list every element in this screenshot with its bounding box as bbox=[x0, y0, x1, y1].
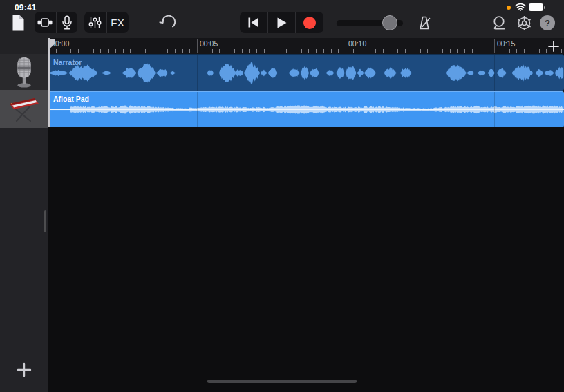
ruler-tick bbox=[167, 49, 168, 53]
ruler-tick bbox=[516, 49, 517, 53]
ruler-tick bbox=[435, 49, 435, 53]
undo-button[interactable] bbox=[156, 13, 177, 32]
ruler-tick bbox=[78, 49, 79, 53]
ruler-tick bbox=[546, 49, 547, 53]
help-button[interactable]: ? bbox=[540, 15, 555, 30]
ruler-tick bbox=[160, 49, 160, 53]
track-header-sidebar bbox=[0, 54, 49, 392]
ruler-tick bbox=[532, 49, 532, 53]
ruler-tick bbox=[308, 49, 309, 53]
ruler-tick bbox=[509, 49, 510, 53]
ruler-tick bbox=[256, 49, 257, 53]
narrator-waveform bbox=[48, 55, 564, 91]
ruler-corner bbox=[0, 38, 48, 54]
ruler-tick bbox=[249, 49, 250, 53]
ruler-tick bbox=[480, 49, 480, 53]
record-icon bbox=[303, 16, 317, 30]
ruler-tick bbox=[130, 49, 131, 53]
ruler-tick bbox=[413, 49, 413, 53]
horizontal-scrollbar[interactable] bbox=[207, 380, 357, 383]
region-narrator[interactable]: Narrator bbox=[48, 54, 564, 91]
ruler-tick bbox=[375, 49, 376, 53]
track-header-afloat-pad[interactable] bbox=[0, 90, 48, 128]
ruler-tick bbox=[108, 49, 109, 53]
region-gridline bbox=[346, 92, 346, 127]
ruler-tick bbox=[338, 49, 339, 53]
track-mixer-button[interactable] bbox=[84, 12, 106, 33]
region-name-label: Narrator bbox=[53, 58, 82, 66]
studio-microphone-icon bbox=[12, 56, 37, 88]
ruler-tick bbox=[286, 49, 287, 53]
volume-slider-knob[interactable] bbox=[382, 15, 397, 30]
timeline-ruler[interactable]: 00:0000:0500:1000:15 bbox=[48, 38, 564, 54]
region-afloat-pad[interactable]: Afloat Pad bbox=[48, 91, 564, 127]
ruler-tick bbox=[524, 49, 525, 53]
region-name-label: Afloat Pad bbox=[53, 95, 89, 103]
view-input-segment-group bbox=[35, 12, 77, 33]
ruler-major-line bbox=[346, 39, 346, 53]
ruler-tick bbox=[539, 49, 540, 53]
metronome-icon bbox=[416, 15, 433, 31]
ruler-tick bbox=[353, 49, 354, 53]
ruler-tick bbox=[56, 49, 57, 53]
ruler-tick bbox=[383, 49, 384, 53]
microphone-icon bbox=[62, 15, 73, 30]
ruler-tick bbox=[272, 49, 272, 53]
ruler-tick bbox=[153, 49, 153, 53]
ruler-tick bbox=[502, 49, 502, 53]
battery-icon bbox=[529, 3, 546, 11]
settings-button[interactable] bbox=[514, 13, 534, 32]
ruler-tick bbox=[212, 49, 213, 53]
ruler-tick bbox=[368, 49, 368, 53]
ruler-major-line bbox=[197, 39, 198, 53]
track-header-narrator[interactable] bbox=[0, 54, 48, 90]
ruler-tick bbox=[420, 49, 421, 53]
undo-icon bbox=[158, 15, 176, 30]
ruler-tick bbox=[115, 49, 116, 53]
document-icon bbox=[11, 14, 26, 32]
ruler-tick bbox=[442, 49, 443, 53]
help-label: ? bbox=[545, 18, 550, 28]
ruler-tick bbox=[182, 49, 183, 53]
metronome-button[interactable] bbox=[414, 13, 435, 32]
ruler-tick bbox=[405, 49, 406, 53]
transport-controls bbox=[240, 12, 323, 33]
input-settings-button[interactable] bbox=[56, 12, 78, 33]
ruler-tick bbox=[123, 49, 124, 53]
track-controls-button[interactable] bbox=[35, 12, 56, 33]
mixer-sliders-icon bbox=[88, 15, 102, 30]
vertical-scrollbar[interactable] bbox=[44, 210, 46, 232]
ruler-major-line bbox=[494, 39, 495, 53]
ruler-tick bbox=[64, 49, 64, 53]
ruler-tick bbox=[450, 49, 451, 53]
ruler-tick bbox=[554, 49, 554, 53]
ruler-tick bbox=[361, 49, 361, 53]
go-to-beginning-button[interactable] bbox=[240, 12, 267, 33]
ruler-tick bbox=[219, 49, 220, 53]
ruler-tick bbox=[100, 49, 101, 53]
mic-in-use-indicator-icon bbox=[507, 6, 511, 10]
add-track-button[interactable] bbox=[17, 362, 32, 377]
status-clock: 09:41 bbox=[15, 3, 37, 12]
ruler-tick bbox=[487, 49, 487, 53]
ruler-tick bbox=[145, 49, 146, 53]
fx-button[interactable]: FX bbox=[106, 12, 129, 33]
play-button[interactable] bbox=[267, 12, 296, 33]
record-button[interactable] bbox=[295, 12, 323, 33]
ruler-tick bbox=[294, 49, 294, 53]
ruler-tick bbox=[323, 49, 324, 53]
playhead[interactable] bbox=[48, 38, 50, 127]
my-songs-button[interactable] bbox=[9, 12, 27, 33]
loop-browser-button[interactable] bbox=[489, 13, 509, 32]
ruler-tick bbox=[93, 49, 94, 53]
region-gridline bbox=[494, 92, 495, 127]
play-icon bbox=[276, 17, 288, 29]
wifi-icon bbox=[515, 3, 526, 11]
region-gridline bbox=[197, 55, 198, 91]
ruler-tick bbox=[457, 49, 458, 53]
ruler-time-label: 00:10 bbox=[348, 39, 366, 48]
ruler-tick bbox=[279, 49, 279, 53]
ruler-tick bbox=[138, 49, 138, 53]
ruler-tick bbox=[175, 49, 176, 53]
ruler-tick bbox=[227, 49, 227, 53]
